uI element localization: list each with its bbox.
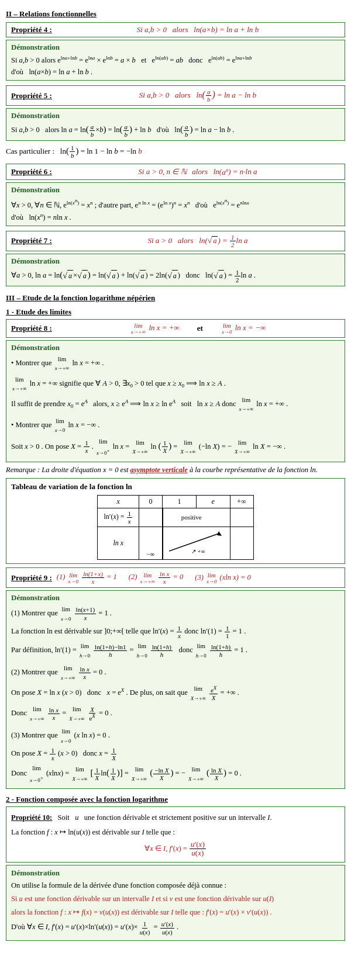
demo10-title: Démonstration [11, 868, 340, 878]
prop7-box: Propriété 7 : Si a > 0 alors ln(√a) = 12… [6, 231, 345, 251]
demo4-content: Si a,b > 0 alors elna+lnb = elna × elnb … [11, 54, 340, 78]
variation-table: x 0 1 e +∞ ln′(x) = 1x positive ln x −∞ … [97, 495, 253, 560]
prop5-label: Propriété 5 : [11, 91, 52, 101]
prop8-box: Propriété 8 : limx→+∞ ln x = +∞ et limx→… [6, 319, 345, 338]
variation-box: Tableau de variation de la fonction ln x… [6, 478, 345, 564]
section-II-title: II – Relations fonctionnelles [6, 9, 345, 19]
demo4-title: Démonstration [11, 43, 340, 52]
prop5-box: Propriété 5 : Si a,b > 0 alors ln(ab) = … [6, 85, 345, 106]
demo8-content: • Montrer que limx→+∞ ln x = +∞ . limx→+… [11, 354, 340, 458]
sub1-title: 1 - Etude des limites [6, 307, 345, 317]
demo6-title: Démonstration [11, 185, 340, 195]
demo7-title: Démonstration [11, 257, 340, 266]
demo9-content: (1) Montrer que limx→0 ln(x+1)x = 1 . La… [11, 604, 340, 784]
section-III-title: III – Etude de la fonction logarithme né… [6, 293, 345, 303]
demo5-content: Si a,b > 0 alors ln a = ln(ab×b) = ln(ab… [11, 122, 340, 138]
prop6-statement: Si a > 0, n ∈ ℕ alors ln(an) = n·ln a [138, 167, 257, 176]
demo7-content: ∀a > 0, ln a = ln(√a×√a) = ln(√a) + ln(√… [11, 268, 340, 283]
demo6-box: Démonstration ∀x > 0, ∀n ∈ ℕ, eln(xn) = … [6, 182, 345, 226]
demo9-title: Démonstration [11, 593, 340, 602]
remark: Remarque : La droite d'équation x = 0 es… [6, 466, 345, 475]
prop8-label: Propriété 8 : [11, 324, 52, 333]
prop6-box: Propriété 6 : Si a > 0, n ∈ ℕ alors ln(a… [6, 164, 345, 179]
prop4-label: Propriété 4 : [11, 25, 52, 34]
demo5-title: Démonstration [11, 111, 340, 120]
demo8-box: Démonstration • Montrer que limx→+∞ ln x… [6, 340, 345, 462]
demo10-content: On utilise la formule de la dérivée d'un… [11, 879, 340, 935]
prop5-statement: Si a,b > 0 alors ln(ab) = ln a − ln b [139, 88, 256, 103]
svg-text:↗ +∞: ↗ +∞ [191, 548, 205, 555]
variation-title: Tableau de variation de la fonction ln [11, 482, 340, 491]
demo6-content: ∀x > 0, ∀n ∈ ℕ, eln(xn) = xn ; d'autre p… [11, 196, 340, 223]
prop7-statement: Si a > 0 alors ln(√a) = 12ln a [147, 234, 247, 248]
demo10-box: Démonstration On utilise la formule de l… [6, 865, 345, 940]
prop4-statement: Si a,b > 0 alors ln(a×b) = ln a + ln b [137, 25, 259, 34]
prop10-label: Propriété 10: [11, 813, 52, 822]
prop9-label: Propriété 9 : [11, 573, 52, 583]
prop9-box: Propriété 9 : (1) limx→0 ln(1+x)x = 1 (2… [6, 567, 345, 588]
demo9-box: Démonstration (1) Montrer que limx→0 ln(… [6, 590, 345, 789]
prop7-label: Propriété 7 : [11, 236, 52, 245]
prop4-box: Propriété 4 : Si a,b > 0 alors ln(a×b) =… [6, 22, 345, 37]
demo8-title: Démonstration [11, 343, 340, 352]
sub2-title: 2 - Fonction composée avec la fonction l… [6, 795, 345, 804]
prop6-label: Propriété 6 : [11, 167, 52, 176]
demo5-box: Démonstration Si a,b > 0 alors ln a = ln… [6, 108, 345, 141]
cas-particulier: Cas particulier : ln(1b) = ln 1 − ln b =… [6, 144, 345, 159]
prop8-statement: limx→+∞ ln x = +∞ et limx→0 ln x = −∞ [130, 322, 266, 335]
prop10-box: Propriété 10: Soit u une fonction dériva… [6, 806, 345, 863]
demo7-box: Démonstration ∀a > 0, ln a = ln(√a×√a) =… [6, 254, 345, 286]
demo4-box: Démonstration Si a,b > 0 alors elna+lnb … [6, 40, 345, 81]
